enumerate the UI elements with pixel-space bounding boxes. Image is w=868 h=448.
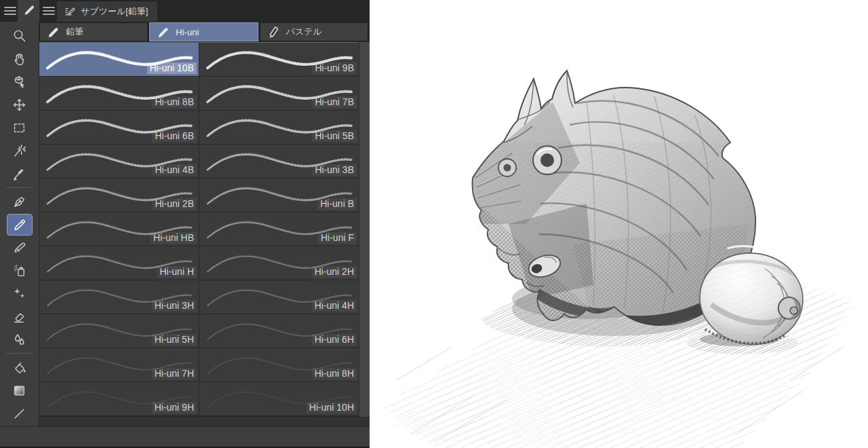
brush-label: Hi-uni 8H: [312, 368, 357, 379]
brush-item[interactable]: Hi-uni 6H: [199, 314, 359, 348]
brush-item[interactable]: Hi-uni 9H: [39, 382, 199, 415]
pencil-tab-icon: [22, 3, 35, 19]
pastel-stick-icon: [267, 25, 281, 39]
dock-bottom-strip: [0, 426, 370, 448]
brush-label: Hi-uni 6H: [312, 334, 357, 346]
object-cursor-icon: [7, 71, 32, 92]
tool-decoration[interactable]: [0, 282, 39, 305]
airbrush-icon: [7, 261, 32, 281]
brush-label: Hi-uni 4B: [152, 164, 197, 176]
brush-label: Hi-uni 4H: [312, 300, 357, 312]
brush-label: Hi-uni HB: [151, 232, 197, 244]
brush-item[interactable]: Hi-uni 4B: [39, 145, 199, 178]
pen-nib-icon: [7, 191, 32, 212]
eyedropper-icon: [7, 164, 32, 184]
brush-item[interactable]: Hi-uni 2H: [199, 246, 359, 280]
artwork-shell-sketch: [370, 0, 868, 448]
drawing-canvas[interactable]: [370, 0, 868, 448]
brush-label: Hi-uni 5H: [152, 334, 197, 346]
tool-airbrush[interactable]: [0, 259, 39, 282]
subtool-group-label: 鉛筆: [66, 26, 83, 38]
hand-icon: [7, 49, 32, 69]
brush-label: Hi-uni 9H: [152, 402, 197, 413]
brush-item[interactable]: Hi-uni 4H: [199, 280, 359, 314]
gradient-square-icon: [7, 381, 32, 401]
tool-hand[interactable]: [0, 48, 39, 71]
line-figure-icon: [7, 403, 32, 424]
tool-auto-select[interactable]: [0, 139, 39, 162]
brush-label: Hi-uni 7B: [312, 96, 357, 108]
brush-item[interactable]: Hi-uni 5H: [39, 314, 199, 348]
brush-label: Hi-uni 10H: [307, 402, 357, 413]
eraser-icon: [7, 306, 32, 326]
brush-label: Hi-uni 3B: [312, 164, 357, 176]
tool-blend[interactable]: [0, 328, 39, 351]
panel-header-bar: サブツール[鉛筆]: [0, 0, 370, 22]
brush-label: Hi-uni B: [317, 198, 357, 210]
tool-pencil[interactable]: [0, 213, 39, 236]
brush-item[interactable]: Hi-uni B: [199, 179, 359, 212]
brush-item[interactable]: Hi-uni 8B: [39, 77, 199, 110]
brush-label: Hi-uni 7H: [152, 368, 197, 379]
pencil-small-icon: [46, 25, 60, 39]
subtool-panel-menu-icon[interactable]: [43, 5, 55, 17]
tool-divider: [6, 351, 33, 356]
brush-label: Hi-uni 9B: [312, 62, 357, 74]
tool-operation[interactable]: [0, 71, 39, 94]
brush-item[interactable]: Hi-uni 10H: [199, 382, 359, 415]
magnifier-icon: [7, 26, 32, 46]
tool-pen[interactable]: [0, 190, 39, 213]
subtool-panel-icon: [64, 5, 76, 19]
move-arrows-icon: [7, 94, 32, 115]
brush-label: Hi-uni 8B: [152, 96, 197, 108]
toolbar-menu-icon[interactable]: [4, 5, 16, 17]
brush-item[interactable]: Hi-uni 8H: [199, 348, 359, 381]
magic-wand-icon: [7, 141, 32, 161]
tool-eraser[interactable]: [0, 305, 39, 328]
brush-label: Hi-uni 6B: [152, 130, 197, 142]
tool-move-layer[interactable]: [0, 93, 39, 116]
clip-studio-workspace: サブツール[鉛筆] 鉛筆Hi-uniパステル Hi-uni 10BHi-uni …: [0, 0, 868, 448]
brush-item[interactable]: Hi-uni 9B: [199, 43, 359, 76]
tool-window-tab[interactable]: [18, 0, 39, 22]
brush-item[interactable]: Hi-uni 3B: [199, 145, 359, 178]
brush-item[interactable]: Hi-uni 7H: [39, 348, 199, 381]
tool-brush[interactable]: [0, 236, 39, 259]
tool-divider: [6, 185, 33, 190]
brush-item[interactable]: Hi-uni HB: [39, 212, 199, 246]
tool-selection[interactable]: [0, 116, 39, 139]
tool-eyedropper[interactable]: [0, 162, 39, 185]
brush-item[interactable]: Hi-uni 7B: [199, 77, 359, 110]
brush-item[interactable]: Hi-uni 5B: [199, 111, 359, 144]
brush-label: Hi-uni H: [157, 266, 197, 278]
blend-drops-icon: [7, 329, 32, 350]
tool-fill[interactable]: [0, 356, 39, 379]
subtool-group-tab-1[interactable]: 鉛筆: [39, 22, 148, 41]
pencil-icon: [7, 214, 32, 235]
tool-zoom[interactable]: [0, 24, 39, 48]
sparkle-icon: [7, 283, 32, 303]
subtool-panel: 鉛筆Hi-uniパステル Hi-uni 10BHi-uni 9BHi-uni 8…: [39, 22, 370, 448]
brush-item[interactable]: Hi-uni F: [199, 212, 359, 246]
brush-item[interactable]: Hi-uni H: [39, 246, 199, 280]
brush-list: Hi-uni 10BHi-uni 9BHi-uni 8BHi-uni 7BHi-…: [39, 42, 359, 417]
brush-item[interactable]: Hi-uni 2B: [39, 179, 199, 212]
brush-label: Hi-uni 2H: [312, 266, 357, 278]
subtool-group-tabs: 鉛筆Hi-uniパステル: [39, 22, 370, 42]
pencil-small-icon: [156, 25, 170, 39]
tool-column: [0, 22, 39, 448]
brush-item[interactable]: Hi-uni 10B: [39, 43, 199, 76]
brush-item[interactable]: Hi-uni 3H: [39, 280, 199, 314]
brush-item[interactable]: Hi-uni 6B: [39, 111, 199, 144]
marquee-icon: [7, 117, 32, 138]
brush-label: Hi-uni F: [318, 232, 357, 244]
subtool-group-label: パステル: [286, 26, 322, 38]
brush-label: Hi-uni 2B: [152, 198, 197, 210]
tool-figure[interactable]: [0, 402, 39, 425]
subtool-group-tab-2[interactable]: Hi-uni: [149, 22, 258, 41]
subtool-group-tab-3[interactable]: パステル: [260, 22, 368, 41]
subtool-panel-tab[interactable]: サブツール[鉛筆]: [57, 1, 157, 22]
brush-list-scrollbar[interactable]: [359, 42, 370, 417]
tool-gradient[interactable]: [0, 379, 39, 403]
subtool-group-label: Hi-uni: [176, 27, 199, 37]
